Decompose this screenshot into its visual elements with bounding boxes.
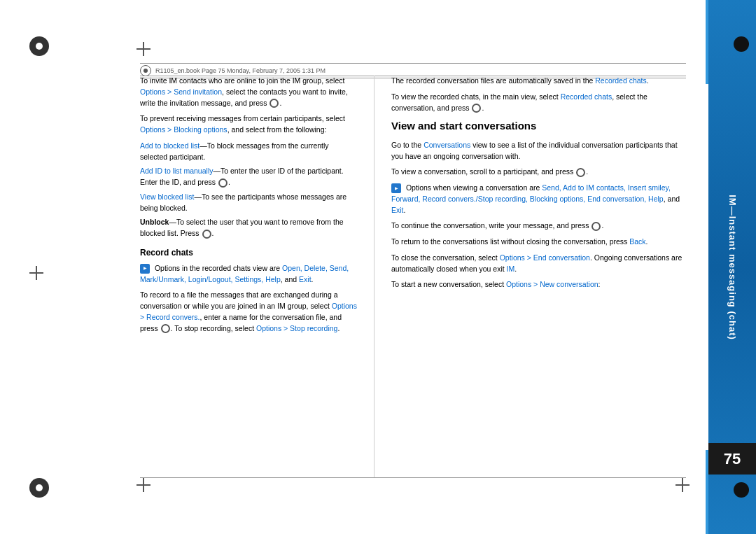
para-view-conversation: To view a conversation, scroll to a part…: [391, 167, 686, 178]
para-record-file: To record to a file the messages that ar…: [140, 290, 357, 334]
record-icon: [140, 264, 150, 274]
view-blocked-list-link[interactable]: View blocked list: [140, 192, 194, 201]
record-chats-heading: Record chats: [140, 246, 357, 259]
item-add-id: Add ID to list manually—To enter the use…: [140, 166, 357, 188]
content-area: To invite IM contacts who are online to …: [140, 76, 686, 478]
cross-bottom-right: [676, 478, 690, 492]
options-send-invitation-link[interactable]: Options > Send invitation: [140, 87, 222, 96]
para-options-viewing: Options when viewing a conversation are …: [391, 183, 686, 216]
sidebar-reg-top: [734, 36, 749, 52]
para-new-conversation: To start a new conversation, select Opti…: [391, 279, 686, 290]
view-start-conversations-heading: View and start conversations: [391, 118, 686, 134]
para-view-recorded: To view the recorded chats, in the main …: [391, 92, 686, 114]
recorded-chats-link1[interactable]: Recorded chats: [595, 76, 647, 85]
exit-link[interactable]: Exit: [299, 275, 312, 283]
cross-mid-left: [29, 266, 43, 280]
header-filename: R1105_en.book Page 75 Monday, February 7…: [155, 67, 326, 74]
options-exit-link[interactable]: Exit: [391, 206, 404, 214]
cross-bottom-left: [136, 478, 150, 492]
column-divider: [374, 76, 374, 478]
nav-circle-7: [592, 222, 601, 231]
right-column: The recorded conversation files are auto…: [391, 76, 686, 478]
cross-top-left: [136, 42, 150, 56]
para-return: To return to the conversations list with…: [391, 237, 686, 248]
add-blocked-list-link[interactable]: Add to blocked list: [140, 141, 200, 150]
im-link[interactable]: IM: [507, 265, 515, 273]
sidebar-label: IM—Instant messaging (chat): [727, 195, 738, 340]
item-view-blocked: View blocked list—To see the participant…: [140, 192, 357, 214]
para-record-options: Options in the recorded chats view are O…: [140, 263, 357, 286]
item-add-blocked: Add to blocked list—To block messages fr…: [140, 141, 357, 163]
back-link[interactable]: Back: [629, 237, 645, 246]
nav-circle-5: [472, 104, 481, 113]
left-column: To invite IM contacts who are online to …: [140, 76, 357, 478]
para-prevent: To prevent receiving messages from certa…: [140, 113, 357, 136]
para-conversations-view: Go to the Conversations view to see a li…: [391, 140, 686, 162]
options-icon-right: [391, 183, 401, 193]
nav-circle-3: [202, 230, 211, 239]
options-new-conversation-link[interactable]: Options > New conversation: [506, 280, 598, 288]
item-unblock: Unblock—To select the user that you want…: [140, 217, 357, 239]
options-stop-recording-link[interactable]: Options > Stop recording: [256, 324, 337, 332]
nav-circle-4: [161, 324, 170, 333]
right-sidebar: IM—Instant messaging (chat) 75: [708, 0, 756, 534]
nav-circle-1: [270, 99, 279, 108]
recorded-chats-link2[interactable]: Recorded chats: [561, 92, 612, 101]
conversations-link[interactable]: Conversations: [424, 141, 470, 149]
reg-mark-bottom-left: [29, 478, 49, 498]
para-close-conversation: To close the conversation, select Option…: [391, 253, 686, 275]
bottom-border: [140, 477, 686, 478]
header-circle: [140, 65, 151, 76]
nav-circle-2: [218, 178, 227, 188]
para-invite: To invite IM contacts who are online to …: [140, 76, 357, 108]
add-id-manually-link[interactable]: Add ID to list manually: [140, 167, 213, 175]
options-blocking-link[interactable]: Options > Blocking options: [140, 125, 227, 134]
page-container: IM—Instant messaging (chat) 75 R1105_en.…: [0, 0, 756, 534]
options-end-conversation-link[interactable]: Options > End conversation: [500, 253, 590, 262]
reg-mark-top-left: [29, 36, 49, 56]
page-number-box: 75: [708, 443, 756, 475]
sidebar-reg-bottom: [734, 482, 749, 498]
unblock-term: Unblock: [140, 218, 169, 226]
para-recorded-saved: The recorded conversation files are auto…: [391, 76, 686, 87]
para-continue: To continue the conversation, write your…: [391, 220, 686, 232]
nav-circle-6: [576, 168, 585, 177]
sidebar-line-top: [706, 0, 708, 84]
page-number: 75: [724, 450, 741, 468]
